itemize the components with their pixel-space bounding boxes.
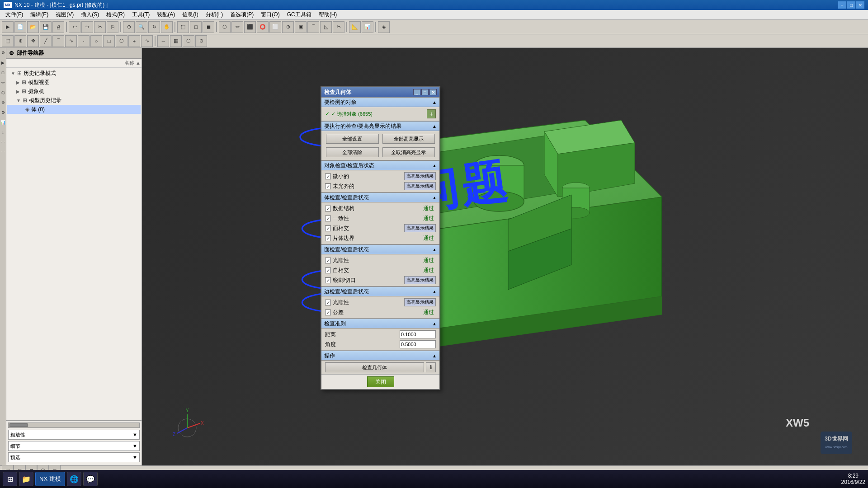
cb-small[interactable] bbox=[325, 174, 331, 179]
shade-btn[interactable]: ◼ bbox=[203, 21, 214, 33]
highlight-btn-edge[interactable]: 高亮显示结果 bbox=[404, 298, 436, 306]
close-button-main[interactable]: 关闭 bbox=[367, 376, 394, 387]
polygon-btn[interactable]: ⬡ bbox=[116, 35, 127, 47]
menu-help[interactable]: 帮助(H) bbox=[315, 10, 341, 19]
chamfer-btn[interactable]: ◺ bbox=[320, 21, 332, 33]
zoom-btn[interactable]: 🔍 bbox=[136, 21, 147, 33]
sidebar-mfg[interactable]: ⚙ bbox=[0, 108, 6, 117]
analysis-btn[interactable]: 📊 bbox=[362, 21, 373, 33]
cb-sharp-cutout[interactable] bbox=[325, 277, 331, 283]
menu-file[interactable]: 文件(F) bbox=[2, 10, 27, 19]
sidebar-nav[interactable]: ↕ bbox=[0, 127, 6, 137]
undo-btn[interactable]: ↩ bbox=[69, 21, 80, 33]
rect-btn[interactable]: □ bbox=[103, 35, 115, 47]
snap-filter[interactable]: ⊕ bbox=[14, 35, 26, 47]
start-menu-button[interactable]: ⊞ bbox=[3, 472, 17, 486]
roughness-dropdown[interactable]: 粗放性 ▼ bbox=[8, 430, 140, 440]
all-highlight-button[interactable]: 全部高亮显示 bbox=[382, 134, 435, 144]
close-button[interactable]: ✕ bbox=[856, 1, 864, 9]
menu-assembly[interactable]: 装配(A) bbox=[153, 10, 179, 19]
trim-btn[interactable]: ✂ bbox=[333, 21, 344, 33]
tree-model-view[interactable]: ▶ ⊞ 模型视图 bbox=[7, 78, 141, 87]
cb-sheet-edge[interactable] bbox=[325, 235, 331, 241]
offset-btn[interactable]: ⊙ bbox=[195, 35, 207, 47]
tree-model-history[interactable]: ▼ ⊞ 模型历史记录 bbox=[7, 96, 141, 105]
snap-btn[interactable]: ⊕ bbox=[123, 21, 135, 33]
menu-insert[interactable]: 插入(S) bbox=[77, 10, 103, 19]
menu-info[interactable]: 信息(I) bbox=[179, 10, 202, 19]
cb-tolerance[interactable] bbox=[325, 310, 331, 315]
menu-analysis[interactable]: 分析(L) bbox=[202, 10, 227, 19]
rotate-btn[interactable]: ↻ bbox=[148, 21, 160, 33]
cb-face-intersect[interactable] bbox=[325, 225, 331, 231]
nav-scrollbar[interactable] bbox=[8, 422, 140, 428]
input-angle[interactable] bbox=[400, 340, 436, 348]
sidebar-model[interactable]: □ bbox=[0, 68, 6, 78]
sketch-btn[interactable]: ✏ bbox=[231, 21, 243, 33]
cut-btn[interactable]: ✂ bbox=[94, 21, 106, 33]
minimize-button[interactable]: − bbox=[838, 1, 846, 9]
dim-btn[interactable]: ↔ bbox=[157, 35, 169, 47]
sidebar-view[interactable]: ▶ bbox=[0, 58, 6, 68]
menu-tools[interactable]: 工具(T) bbox=[128, 10, 153, 19]
all-setup-button[interactable]: 全部设置 bbox=[326, 134, 379, 144]
point-btn[interactable]: · bbox=[78, 35, 90, 47]
cb-consistency[interactable] bbox=[325, 216, 331, 221]
check-geometry-button[interactable]: 检查几何体 bbox=[325, 362, 424, 372]
save-btn[interactable]: 💾 bbox=[40, 21, 52, 33]
cb-self-intersect[interactable] bbox=[325, 267, 331, 273]
sidebar-feature[interactable]: ⬡ bbox=[0, 88, 6, 98]
detail-dropdown[interactable]: 细节 ▼ bbox=[8, 441, 140, 451]
fillet-btn[interactable]: ⌒ bbox=[307, 21, 319, 33]
menu-window[interactable]: 窗口(O) bbox=[257, 10, 283, 19]
preselect-dropdown[interactable]: 预选 ▼ bbox=[8, 452, 140, 462]
pan-btn[interactable]: ✋ bbox=[161, 21, 173, 33]
menu-format[interactable]: 格式(R) bbox=[103, 10, 128, 19]
plus-btn[interactable]: + bbox=[128, 35, 140, 47]
surface-btn[interactable]: ▦ bbox=[170, 35, 182, 47]
dialog-minimize[interactable]: _ bbox=[413, 89, 420, 95]
taskbar-browser[interactable]: 🌐 bbox=[67, 472, 81, 486]
cb-unsmooth[interactable] bbox=[325, 183, 331, 189]
curve-btn[interactable]: ∿ bbox=[65, 35, 77, 47]
menu-view[interactable]: 视图(V) bbox=[52, 10, 77, 19]
tree-body[interactable]: ◈ 体 (0) bbox=[7, 105, 141, 114]
highlight-btn-face[interactable]: 高亮显示结果 bbox=[404, 224, 436, 232]
cb-smoothness[interactable] bbox=[325, 258, 331, 263]
new-btn[interactable]: 📄 bbox=[14, 21, 26, 33]
menu-preferences[interactable]: 首选项(P) bbox=[226, 10, 257, 19]
revolve-btn[interactable]: ⭕ bbox=[257, 21, 269, 33]
sweep-btn[interactable]: ⬜ bbox=[269, 21, 281, 33]
highlight-btn-sharp[interactable]: 高亮显示结果 bbox=[404, 276, 436, 284]
mesh-btn[interactable]: ⬡ bbox=[183, 35, 194, 47]
wire-btn[interactable]: ◻ bbox=[190, 21, 202, 33]
tree-camera[interactable]: ▶ ⊞ 摄象机 bbox=[7, 87, 141, 96]
feature-btn[interactable]: ⬡ bbox=[219, 21, 231, 33]
sidebar-analyze[interactable]: 📊 bbox=[0, 117, 6, 127]
circle-btn[interactable]: ○ bbox=[90, 35, 102, 47]
boolean-btn[interactable]: ⊕ bbox=[282, 21, 294, 33]
select-filter[interactable]: ⬚ bbox=[2, 35, 14, 47]
select-btn[interactable]: ⬚ bbox=[177, 21, 189, 33]
maximize-button[interactable]: □ bbox=[847, 1, 855, 9]
line-btn[interactable]: ╱ bbox=[40, 35, 52, 47]
shell-btn[interactable]: ▣ bbox=[295, 21, 307, 33]
sidebar-sketch[interactable]: ✏ bbox=[0, 78, 6, 88]
menu-edit[interactable]: 编辑(E) bbox=[27, 10, 52, 19]
add-object-button[interactable]: + bbox=[427, 109, 436, 118]
tree-history-mode[interactable]: ▼ ⊞ 历史记录模式 bbox=[7, 69, 141, 78]
sidebar-misc[interactable]: ⋯ bbox=[0, 137, 6, 147]
cb-edge-smoothness[interactable] bbox=[325, 300, 331, 305]
highlight-btn-small[interactable]: 高亮显示结果 bbox=[404, 172, 436, 180]
info-button[interactable]: ℹ bbox=[426, 362, 436, 372]
redo-btn[interactable]: ↪ bbox=[81, 21, 93, 33]
nav-settings-icon[interactable]: ⚙ bbox=[9, 50, 14, 56]
extrude-btn[interactable]: ⬛ bbox=[244, 21, 256, 33]
taskbar-file-explorer[interactable]: 📁 bbox=[19, 472, 33, 486]
taskbar-nx-app[interactable]: NX 建模 bbox=[35, 472, 65, 486]
dialog-maximize[interactable]: □ bbox=[421, 89, 429, 95]
render-btn[interactable]: ◈ bbox=[378, 21, 390, 33]
print-btn[interactable]: 🖨 bbox=[52, 21, 64, 33]
all-remove-highlight-button[interactable]: 全取消高亮显示 bbox=[382, 147, 435, 157]
viewport[interactable]: 有问题 XW5 3D世界网 www.3dsjw.com bbox=[142, 48, 868, 465]
